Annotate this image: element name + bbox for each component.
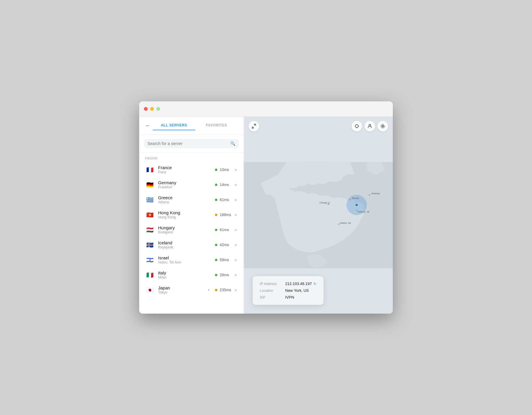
latency-israel: 59ms bbox=[220, 258, 231, 262]
ip-value: 212.103.48.197 ↻ bbox=[285, 281, 316, 286]
server-info-greece: Greece Athens bbox=[158, 195, 211, 204]
svg-text:Montreal: Montreal bbox=[372, 192, 380, 195]
server-meta-hungary: 61ms ★ bbox=[215, 228, 238, 232]
server-name-italy: Italy bbox=[158, 270, 211, 275]
svg-text:Chicago, IL: Chicago, IL bbox=[319, 201, 330, 204]
latency-japan: 235ms bbox=[220, 288, 231, 292]
favorite-button-israel[interactable]: ★ bbox=[234, 258, 238, 262]
svg-point-12 bbox=[369, 194, 370, 195]
sidebar-header: ← ALL SERVERS FAVORITES bbox=[139, 117, 244, 135]
server-item-hongkong[interactable]: 🇭🇰 Hong Kong Hong Kong 188ms ★ bbox=[139, 207, 244, 222]
info-row-location: Location New York, US bbox=[260, 288, 316, 293]
server-meta-hongkong: 188ms ★ bbox=[215, 213, 238, 217]
search-inner: 🔍 bbox=[144, 139, 239, 148]
favorite-button-greece[interactable]: ★ bbox=[234, 197, 238, 202]
server-item-greece[interactable]: 🇬🇷 Greece Athens 61ms ★ bbox=[139, 192, 244, 207]
compress-button[interactable] bbox=[249, 121, 259, 131]
svg-text:Atlanta, GA: Atlanta, GA bbox=[340, 222, 351, 224]
latency-dot-france bbox=[215, 169, 217, 171]
account-button[interactable] bbox=[364, 121, 375, 131]
svg-text:Ashburn, VA: Ashburn, VA bbox=[358, 210, 370, 213]
back-button[interactable]: ← bbox=[145, 121, 153, 130]
server-item-israel[interactable]: 🇮🇱 Israel Holon, Tel Aviv 59ms ★ bbox=[139, 252, 244, 267]
server-info-israel: Israel Holon, Tel Aviv bbox=[158, 255, 211, 264]
app-body: ← ALL SERVERS FAVORITES 🔍 Helsinki 🇫🇷 bbox=[139, 117, 393, 314]
flag-iceland: 🇮🇸 bbox=[145, 242, 155, 248]
close-button[interactable] bbox=[144, 107, 148, 111]
server-name-france: France bbox=[158, 165, 211, 170]
latency-dot-hongkong bbox=[215, 214, 217, 216]
server-meta-france: 10ms ★ bbox=[215, 167, 238, 172]
search-input[interactable] bbox=[147, 141, 228, 146]
search-bar: 🔍 bbox=[139, 135, 244, 153]
traffic-lights bbox=[144, 107, 160, 111]
server-city-hongkong: Hong Kong bbox=[158, 215, 211, 219]
latency-dot-hungary bbox=[215, 229, 217, 231]
favorite-button-italy[interactable]: ★ bbox=[234, 273, 238, 277]
tab-favorites[interactable]: FAVORITES bbox=[195, 121, 238, 130]
server-city-italy: Milan bbox=[158, 275, 211, 279]
server-info-italy: Italy Milan bbox=[158, 270, 211, 279]
info-row-ip: IP Address 212.103.48.197 ↻ bbox=[260, 281, 316, 286]
latency-iceland: 42ms bbox=[220, 243, 231, 247]
server-city-france: Paris bbox=[158, 170, 211, 174]
server-item-japan[interactable]: 🇯🇵 Japan Tokyo ▾ 235ms ★ bbox=[139, 282, 244, 297]
tab-all-servers[interactable]: ALL SERVERS bbox=[153, 121, 195, 130]
expand-button-japan[interactable]: ▾ bbox=[206, 287, 211, 292]
server-meta-greece: 61ms ★ bbox=[215, 197, 238, 202]
refresh-icon[interactable]: ↻ bbox=[313, 282, 316, 286]
server-item-iceland[interactable]: 🇮🇸 Iceland Reykjavik 42ms ★ bbox=[139, 237, 244, 252]
latency-germany: 14ms bbox=[220, 182, 231, 187]
maximize-button[interactable] bbox=[156, 107, 160, 111]
favorite-button-france[interactable]: ★ bbox=[234, 167, 238, 172]
server-list: Helsinki 🇫🇷 France Paris 10ms ★ 🇩🇪 Germa… bbox=[139, 153, 244, 314]
latency-dot-greece bbox=[215, 199, 217, 201]
latency-italy: 28ms bbox=[220, 273, 231, 277]
flag-israel: 🇮🇱 bbox=[145, 257, 155, 263]
server-item-italy[interactable]: 🇮🇹 Italy Milan 28ms ★ bbox=[139, 267, 244, 282]
settings-button[interactable] bbox=[377, 121, 388, 131]
favorite-button-japan[interactable]: ★ bbox=[234, 288, 238, 292]
server-name-germany: Germany bbox=[158, 180, 211, 185]
server-name-greece: Greece bbox=[158, 195, 211, 200]
favorite-button-germany[interactable]: ★ bbox=[234, 182, 238, 187]
server-info-france: France Paris bbox=[158, 165, 211, 174]
isp-label: ISP bbox=[260, 295, 280, 299]
svg-point-16 bbox=[338, 223, 339, 225]
location-label: Location bbox=[260, 289, 280, 293]
server-info-japan: Japan Tokyo bbox=[158, 285, 203, 294]
favorite-button-iceland[interactable]: ★ bbox=[234, 243, 238, 247]
svg-point-11 bbox=[356, 204, 358, 206]
server-meta-israel: 59ms ★ bbox=[215, 258, 238, 262]
latency-dot-japan bbox=[215, 289, 217, 291]
server-name-iceland: Iceland bbox=[158, 240, 211, 245]
flag-hongkong: 🇭🇰 bbox=[145, 212, 155, 218]
server-item-hungary[interactable]: 🇭🇺 Hungary Budapest 61ms ★ bbox=[139, 222, 244, 237]
latency-hungary: 61ms bbox=[220, 228, 231, 232]
titlebar bbox=[139, 101, 393, 117]
latency-dot-iceland bbox=[215, 244, 217, 246]
latency-dot-germany bbox=[215, 184, 217, 186]
server-city-japan: Tokyo bbox=[158, 290, 203, 294]
favorite-button-hongkong[interactable]: ★ bbox=[234, 213, 238, 217]
map-area: Montreal Toronto Chicago, IL New York, N… bbox=[244, 117, 393, 314]
favorite-button-hungary[interactable]: ★ bbox=[234, 228, 238, 232]
info-row-isp: ISP IVPN bbox=[260, 295, 316, 299]
server-info-iceland: Iceland Reykjavik bbox=[158, 240, 211, 249]
ip-label: IP Address bbox=[260, 282, 280, 286]
svg-point-2 bbox=[355, 125, 358, 128]
flag-hungary: 🇭🇺 bbox=[145, 227, 155, 233]
server-item-germany[interactable]: 🇩🇪 Germany Frankfurt 14ms ★ bbox=[139, 177, 244, 192]
section-label: Helsinki bbox=[139, 153, 244, 162]
flag-france: 🇫🇷 bbox=[145, 167, 155, 173]
map-topbar bbox=[352, 121, 388, 131]
target-button[interactable] bbox=[352, 121, 362, 131]
server-city-iceland: Reykjavik bbox=[158, 245, 211, 249]
minimize-button[interactable] bbox=[150, 107, 154, 111]
server-name-japan: Japan bbox=[158, 285, 203, 290]
svg-point-15 bbox=[356, 210, 357, 211]
isp-value: IVPN bbox=[285, 295, 294, 299]
server-item-france[interactable]: 🇫🇷 France Paris 10ms ★ bbox=[139, 162, 244, 177]
server-city-greece: Athens bbox=[158, 200, 211, 204]
latency-dot-italy bbox=[215, 274, 217, 276]
